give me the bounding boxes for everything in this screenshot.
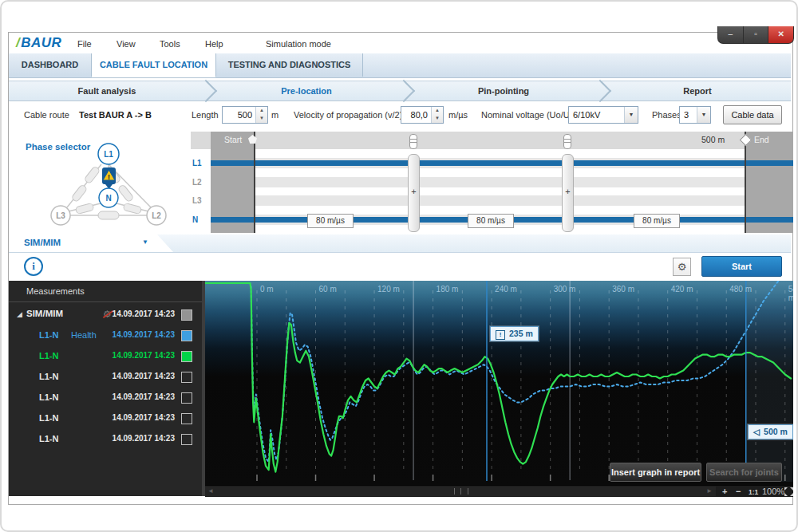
cable-track-L2 <box>211 177 793 187</box>
measurement-checkbox[interactable] <box>181 392 192 404</box>
cable-label-L3: L3 <box>192 196 208 205</box>
info-icon[interactable]: i <box>24 257 43 276</box>
x-axis-tick-label: 240 m <box>495 285 517 294</box>
window-controls: – ▫ ✕ <box>717 26 794 44</box>
gear-icon[interactable]: ⚙ <box>673 258 691 276</box>
phases-label: Phases <box>652 110 681 120</box>
cable-line-L1[interactable] <box>211 160 793 166</box>
phase-node-L3-label: L3 <box>56 211 65 220</box>
zoom-out-button[interactable]: − <box>736 486 741 497</box>
search-for-joints-button[interactable]: Search for joints <box>706 463 782 482</box>
fault-cursor-label[interactable]: !235 m <box>490 326 539 341</box>
cable-joint-1[interactable]: + <box>408 154 420 232</box>
voltage-select[interactable]: 6/10kV ▼ <box>568 106 638 124</box>
measurements-header: Measurements <box>26 286 85 296</box>
cable-track-L3 <box>211 195 793 206</box>
measurement-checkbox[interactable] <box>181 434 192 445</box>
measurement-row[interactable]: L1-N 14.09.2017 14:23 <box>9 429 202 450</box>
scrollbar-grip[interactable] <box>454 488 468 495</box>
close-button[interactable]: ✕ <box>768 26 793 43</box>
x-axis-tick-label: 540 m <box>788 285 793 302</box>
menu-view[interactable]: View <box>117 39 136 49</box>
end-distance: 500 m <box>764 427 788 436</box>
measurement-date: 14.09.2017 14:23 <box>113 351 175 360</box>
cable-route-value: Test BAUR A -> B <box>79 110 152 120</box>
menu-file[interactable]: File <box>77 39 92 49</box>
tab-testing-diagnostics[interactable]: TESTING AND DIAGNOSTICS <box>216 53 363 77</box>
velocity-value[interactable]: 80,0 <box>401 107 431 123</box>
measurement-date: 14.09.2017 14:23 <box>113 330 175 339</box>
menu-help[interactable]: Help <box>205 39 223 49</box>
measurement-checkbox[interactable] <box>181 372 192 383</box>
svg-text:!: ! <box>108 173 110 181</box>
phases-value: 3 <box>680 107 697 123</box>
spin-down-icon[interactable]: ▼ <box>256 115 267 123</box>
logo-slash-icon: / <box>16 35 20 50</box>
cable-data-button[interactable]: Cable data <box>723 105 782 124</box>
chevron-down-icon[interactable]: ▼ <box>624 107 638 123</box>
cable-joint-2[interactable]: + <box>562 154 574 232</box>
x-axis-tick-label: 60 m <box>319 285 337 294</box>
group-checkbox[interactable] <box>181 309 192 321</box>
measurement-row[interactable]: L1-N 14.09.2017 14:23 <box>9 408 202 429</box>
joint-icon <box>409 134 417 149</box>
expander-icon[interactable]: ◢ <box>17 310 22 318</box>
length-value[interactable]: 500 <box>223 107 255 123</box>
velocity-stepper[interactable]: 80,0 ▲▼ <box>401 106 444 124</box>
measurement-checkbox[interactable] <box>181 330 192 341</box>
x-axis-tick-label: 480 m <box>729 285 752 294</box>
chevron-down-icon[interactable]: ▼ <box>697 107 710 123</box>
spin-up-icon[interactable]: ▲ <box>432 107 443 115</box>
tab-cable-fault-location[interactable]: CABLE FAULT LOCATION <box>92 53 216 77</box>
settings-disabled-icon: ⚙ <box>103 309 112 320</box>
insert-graph-in-report-button[interactable]: Insert graph in report <box>610 463 701 482</box>
step-report[interactable]: Report <box>605 81 790 100</box>
length-stepper[interactable]: 500 ▲▼ <box>222 106 268 124</box>
scroll-right-icon[interactable]: ► <box>706 487 713 495</box>
measurement-row[interactable]: L1-N 14.09.2017 14:23 <box>9 346 202 367</box>
measurement-row[interactable]: L1-N 14.09.2017 14:23 <box>9 367 202 388</box>
baur-logo: /BAUR <box>16 35 61 51</box>
velocity-tag-1: 80 m/µs <box>307 214 354 228</box>
step-pre-location[interactable]: Pre-location <box>211 81 402 100</box>
measurement-row[interactable]: L1-N Health 14.09.2017 14:23 <box>9 325 202 346</box>
module-selector[interactable]: SIM/MIM <box>24 238 61 247</box>
trace-plot[interactable] <box>205 281 793 485</box>
tab-dashboard[interactable]: DASHBOARD <box>9 53 92 77</box>
tdr-trace-graph[interactable]: 0 m60 m120 m180 m240 m300 m360 m420 m480… <box>205 281 793 485</box>
fullscreen-icon[interactable] <box>784 487 793 496</box>
one-to-one-button[interactable]: 1:1 <box>749 487 758 498</box>
step-pin-pointing[interactable]: Pin-pointing <box>409 81 598 100</box>
phases-select[interactable]: 3 ▼ <box>679 106 711 124</box>
x-axis-tick-label: 360 m <box>612 285 634 294</box>
measurement-phase: L1-N <box>39 351 58 361</box>
start-label: Start <box>224 135 242 144</box>
group-label: SIM/MIM <box>26 309 63 318</box>
length-label: Length <box>192 110 219 120</box>
scroll-left-icon[interactable]: ◄ <box>207 487 214 495</box>
maximize-button[interactable]: ▫ <box>744 26 769 43</box>
left-triangle-icon: ◁ <box>753 427 760 436</box>
minimize-button[interactable]: – <box>718 26 744 43</box>
end-distance-label: 500 m <box>701 135 725 144</box>
start-measurement-button[interactable]: Start measurement <box>701 256 782 277</box>
measurement-checkbox[interactable] <box>181 351 192 362</box>
spin-up-icon[interactable]: ▲ <box>256 107 267 115</box>
length-unit: m <box>271 110 279 120</box>
zoom-in-button[interactable]: + <box>722 486 727 497</box>
step-fault-analysis[interactable]: Fault analysis <box>9 81 205 100</box>
phase-selector-diagram: ! L1 N L3 L2 <box>16 139 188 231</box>
x-axis-tick-label: 420 m <box>671 285 693 294</box>
cable-label-N: N <box>192 215 208 224</box>
fault-icon: ! <box>496 330 505 340</box>
chevron-down-icon[interactable]: ▼ <box>142 238 148 246</box>
end-cursor-label[interactable]: ◁500 m <box>748 424 793 439</box>
graph-bottom-bar: ◄ ► + − 1:1 100% <box>205 485 793 497</box>
measurement-row[interactable]: L1-N 14.09.2017 14:23 <box>9 388 202 408</box>
spin-down-icon[interactable]: ▼ <box>432 115 443 123</box>
measurement-checkbox[interactable] <box>181 413 192 424</box>
menu-tools[interactable]: Tools <box>160 39 180 49</box>
measurement-date: 14.09.2017 14:23 <box>113 434 175 443</box>
cable-label-L2: L2 <box>192 178 208 187</box>
measurement-group-row[interactable]: ◢ SIM/MIM ⚙ 14.09.2017 14:23 <box>9 305 202 325</box>
